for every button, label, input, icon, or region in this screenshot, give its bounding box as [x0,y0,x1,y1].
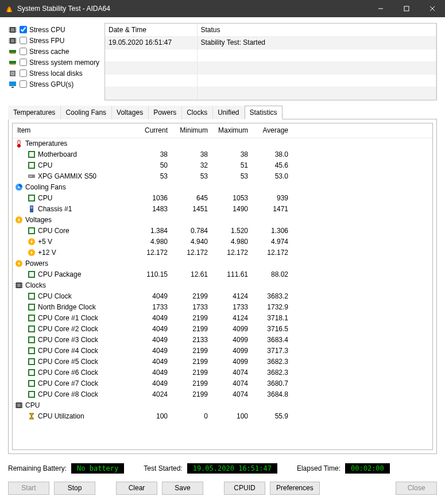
tab-unified[interactable]: Unified [212,106,244,119]
svg-rect-1 [404,6,409,11]
stress-option-3: Stress system memory [8,57,100,68]
stats-row[interactable]: CPU Core #6 Clock4049219940743682.3 [13,367,432,378]
stats-row[interactable]: +5 V4.9804.9404.9804.974 [13,237,432,247]
stats-row[interactable]: Motherboard38383838.0 [13,149,432,160]
stats-row[interactable]: CPU Core #3 Clock4049213340993683.4 [13,335,432,346]
row-name: North Bridge Clock [38,303,96,311]
group-header[interactable]: Cooling Fans [13,182,432,193]
minimize-button[interactable] [367,0,393,17]
stats-row[interactable]: Chassis #11483145114901471 [13,204,432,215]
stats-row[interactable]: CPU Core #2 Clock4049219940993716.5 [13,324,432,335]
row-maximum: 4099 [212,347,253,355]
stress-checkbox-2[interactable] [20,48,27,55]
stats-row[interactable]: CPU Clock4049219941243683.2 [13,291,432,302]
row-name: CPU Core #8 Clock [38,390,98,398]
row-minimum: 1451 [172,205,212,213]
row-current: 4049 [132,347,172,355]
stats-row[interactable]: CPU Core #4 Clock4049219940993717.3 [13,346,432,356]
group-header[interactable]: CPU [13,400,432,411]
row-name: CPU Package [38,270,81,278]
tab-powers[interactable]: Powers [148,106,181,119]
volt-icon [15,216,23,224]
col-item[interactable]: Item [17,126,132,134]
col-datetime[interactable]: Date & Time [105,24,197,36]
chassis-icon [28,205,36,213]
stats-row[interactable]: XPG GAMMIX S5053535353.0 [13,171,432,182]
svg-point-30 [17,144,21,148]
tab-clocks[interactable]: Clocks [181,106,212,119]
close-window-button[interactable] [419,0,445,17]
row-average: 4.974 [253,238,293,246]
row-maximum: 51 [212,161,253,169]
row-current: 4049 [132,325,172,333]
clear-button[interactable]: Clear [116,482,157,495]
cpuid-button[interactable]: CPUID [224,482,265,495]
svg-point-26 [12,73,13,74]
row-average: 3680.7 [253,379,293,387]
stats-row[interactable]: CPU Core #7 Clock4049219940743680.7 [13,378,432,389]
col-current[interactable]: Current [132,126,172,134]
svg-rect-42 [29,228,34,234]
row-name: CPU Core #6 Clock [38,369,98,377]
stress-checkbox-3[interactable] [20,59,27,66]
stats-row[interactable]: CPU Core #8 Clock4024219940743684.8 [13,389,432,400]
close-button[interactable]: Close [396,482,437,495]
svg-rect-29 [18,140,20,145]
stats-row[interactable]: CPU50325145.6 [13,160,432,171]
tab-cooling-fans[interactable]: Cooling Fans [60,106,111,119]
svg-rect-55 [29,293,34,299]
svg-rect-64 [29,391,34,397]
col-status[interactable]: Status [197,24,436,36]
stats-row[interactable]: CPU Package110.1512.61111.6188.02 [13,269,432,280]
stress-checkbox-0[interactable] [20,26,27,33]
svg-rect-48 [17,284,21,287]
log-row[interactable]: 19.05.2020 16:51:47Stability Test: Start… [105,36,436,49]
col-maximum[interactable]: Maximum [212,126,253,134]
row-name: CPU Core #5 Clock [38,358,98,366]
row-current: 4049 [132,314,172,322]
stress-checkbox-5[interactable] [20,80,27,88]
tab-statistics[interactable]: Statistics [245,106,283,119]
row-minimum: 2133 [172,336,212,344]
stats-row[interactable]: CPU Core #5 Clock4049219940993682.3 [13,356,432,367]
row-minimum: 2199 [172,379,212,387]
tab-temperatures[interactable]: Temperatures [8,106,60,119]
row-maximum: 4074 [212,390,253,398]
stats-row[interactable]: CPU Utilization100010055.9 [13,411,432,422]
stats-row[interactable]: CPU Core #1 Clock4049219941243718.1 [13,313,432,324]
group-header[interactable]: Clocks [13,280,432,291]
row-name: Motherboard [38,150,77,158]
stats-row[interactable]: CPU10366451053939 [13,193,432,204]
svg-rect-27 [9,82,16,86]
chip-icon [28,314,36,322]
row-current: 1733 [132,303,172,311]
row-average: 45.6 [253,161,293,169]
col-minimum[interactable]: Minimum [172,126,212,134]
group-header[interactable]: Temperatures [13,138,432,149]
stress-checkbox-4[interactable] [20,69,27,77]
tab-voltages[interactable]: Voltages [111,106,148,119]
save-button[interactable]: Save [162,482,203,495]
group-header[interactable]: Powers [13,258,432,269]
stop-button[interactable]: Stop [54,482,95,495]
stats-row[interactable]: North Bridge Clock1733173317331732.9 [13,302,432,313]
cpu-icon [15,281,23,289]
stats-row[interactable]: CPU Core1.3840.7841.5201.306 [13,226,432,237]
stress-option-4: Stress local disks [8,68,100,79]
row-current: 4024 [132,390,172,398]
col-average[interactable]: Average [253,126,293,134]
preferences-button[interactable]: Preferences [270,482,320,495]
row-maximum: 1053 [212,194,253,202]
group-header[interactable]: Voltages [13,215,432,226]
svg-rect-39 [30,207,33,207]
stress-checkbox-1[interactable] [20,37,27,44]
maximize-button[interactable] [393,0,419,17]
row-name: CPU [38,194,52,202]
row-average: 1471 [253,205,293,213]
start-button[interactable]: Start [8,482,49,495]
row-maximum: 4074 [212,379,253,387]
stress-label-5: Stress GPU(s) [29,80,73,88]
group-name: Cooling Fans [25,183,66,191]
stats-row[interactable]: +12 V12.17212.17212.17212.172 [13,247,432,258]
svg-rect-61 [29,359,34,365]
